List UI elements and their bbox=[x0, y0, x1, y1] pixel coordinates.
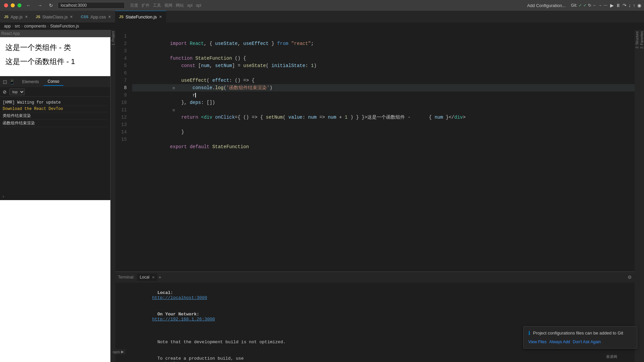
top-bar-left: ← → ↻ 百度 扩件 工具 视网 网站 api api bbox=[3, 2, 201, 9]
address-bar[interactable] bbox=[58, 2, 125, 9]
terminal-content: Local: http://localhost:3000 On Your Net… bbox=[115, 283, 635, 362]
line-num-1: 1 bbox=[115, 33, 132, 40]
terminal-settings-icon[interactable]: ⚙ bbox=[628, 275, 632, 280]
line-num-10: 10 bbox=[115, 99, 132, 106]
step-out-icon[interactable]: ↑ bbox=[633, 3, 635, 8]
browser-title-bar: React App bbox=[1, 31, 109, 36]
run-icon[interactable]: ▶ bbox=[610, 3, 614, 8]
tab-app-js[interactable]: JS App.js ✕ bbox=[0, 11, 32, 22]
forward-button[interactable]: → bbox=[36, 2, 44, 9]
clear-console-btn[interactable]: ⊘ bbox=[3, 89, 7, 95]
always-add-button[interactable]: Always Add bbox=[549, 339, 570, 345]
step-over-icon[interactable]: ↷ bbox=[623, 3, 627, 8]
code-editor[interactable]: 1 2 3 4 5 6 7 8 9 10 11 12 13 14 15 bbox=[115, 30, 635, 272]
notification: ℹ Project configurations files can be ad… bbox=[523, 326, 637, 349]
tab-statefunction-js[interactable]: JS StateFunction.js ✕ bbox=[115, 11, 166, 22]
devtools-icon-inspect[interactable]: ⊡ bbox=[3, 79, 7, 85]
npm-indicator: npm ▶ bbox=[115, 349, 126, 355]
main-area: React App 这是一个类组件 - 类 这是一个函数组件 - 1 ⊡ 📱 E… bbox=[0, 30, 644, 362]
terminal-tab-close[interactable]: ✕ bbox=[152, 276, 155, 279]
notification-actions: View Files Always Add Don't Ask Again bbox=[528, 339, 632, 345]
git-back[interactable]: ← bbox=[593, 3, 597, 8]
browser-menu: 百度 扩件 工具 视网 网站 api api bbox=[130, 3, 201, 8]
breadcrumb-file[interactable]: StateFunction.js bbox=[50, 24, 79, 28]
breadcrumb-components[interactable]: components bbox=[24, 24, 46, 28]
context-select[interactable]: top bbox=[9, 88, 25, 95]
code-line-3: function StateFunction () { bbox=[132, 47, 635, 55]
devtools-tabs: ⊡ 📱 Elements Conso bbox=[0, 76, 110, 87]
tab-console[interactable]: Conso bbox=[44, 78, 63, 86]
line-num-4: 4 bbox=[115, 55, 132, 62]
terminal-label: Terminal: bbox=[118, 275, 135, 280]
tab-label: App.js bbox=[10, 14, 22, 19]
tab-close-icon[interactable]: ✕ bbox=[108, 15, 111, 19]
tab-stateclass-js[interactable]: JS StateClass.js ✕ bbox=[32, 11, 77, 22]
structure-label: 2: Structure bbox=[635, 30, 639, 50]
console-line-download: Download the React DevToo bbox=[3, 106, 108, 112]
line-num-2: 2 bbox=[115, 40, 132, 47]
step-into-icon[interactable]: ↓ bbox=[629, 3, 631, 8]
breadcrumb-app[interactable]: app bbox=[4, 24, 11, 28]
back-button[interactable]: ← bbox=[24, 2, 33, 9]
debug-icon[interactable]: ⏸ bbox=[616, 3, 621, 8]
browser-preview: React App 这是一个类组件 - 类 这是一个函数组件 - 1 bbox=[0, 30, 110, 76]
project-sidebar: 1: Project bbox=[111, 30, 115, 362]
top-bar-right: Add Configuration... Git: ✓ ✓ ↻ ← → ⋯ ▶ … bbox=[524, 2, 641, 9]
dot-yellow bbox=[11, 3, 15, 7]
left-panel: React App 这是一个类组件 - 类 这是一个函数组件 - 1 ⊡ 📱 E… bbox=[0, 30, 111, 362]
console-expand[interactable]: › bbox=[0, 193, 110, 200]
line-num-7: 7 bbox=[115, 77, 132, 84]
browser-line-1: 这是一个类组件 - 类 bbox=[5, 43, 105, 53]
js-icon: JS bbox=[36, 15, 40, 19]
profile-icon[interactable]: ◉ bbox=[637, 3, 641, 8]
code-line-6: useEffect( effect: () => { ⊟ bbox=[132, 69, 635, 77]
breadcrumb: app › src › components › StateFunction.j… bbox=[0, 22, 644, 30]
terminal-tab-local[interactable]: Local ✕ bbox=[137, 274, 157, 281]
code-line-13 bbox=[132, 128, 635, 136]
line-num-14: 14 bbox=[115, 128, 132, 136]
browser-line-2: 这是一个函数组件 - 1 bbox=[5, 57, 105, 67]
line-num-12: 12 bbox=[115, 114, 132, 121]
devtools-toolbar: ⊘ top bbox=[0, 87, 110, 97]
git-check2: ✓ bbox=[583, 3, 587, 8]
line-num-6: 6 bbox=[115, 69, 132, 77]
line-num-8: 8 bbox=[115, 84, 132, 92]
tab-close-icon[interactable]: ✕ bbox=[159, 15, 162, 19]
favorites-label: 2: Favorites bbox=[639, 30, 644, 50]
terminal-network-link[interactable]: http://192.168.1.26:3000 bbox=[152, 317, 215, 322]
browser-content: 这是一个类组件 - 类 这是一个函数组件 - 1 bbox=[0, 37, 110, 76]
git-more[interactable]: ⋯ bbox=[603, 3, 607, 8]
tab-app-css[interactable]: CSS App.css ✕ bbox=[77, 11, 115, 22]
css-icon: CSS bbox=[81, 15, 89, 19]
code-line-1: import React, { useState, useEffect } fr… bbox=[132, 33, 635, 40]
tab-elements[interactable]: Elements bbox=[18, 78, 43, 85]
line-num-15: 15 bbox=[115, 136, 132, 143]
code-content[interactable]: import React, { useState, useEffect } fr… bbox=[132, 30, 635, 272]
terminal-line-local: Local: http://localhost:3000 bbox=[121, 285, 629, 305]
tab-close-icon[interactable]: ✕ bbox=[25, 15, 28, 19]
breadcrumb-src[interactable]: src bbox=[15, 24, 20, 28]
dot-red bbox=[4, 3, 8, 7]
tab-close-icon[interactable]: ✕ bbox=[70, 15, 73, 19]
terminal-local-link[interactable]: http://localhost:3000 bbox=[152, 295, 207, 300]
editor-area: 1 2 3 4 5 6 7 8 9 10 11 12 13 14 15 bbox=[115, 30, 635, 362]
terminal-add-btn[interactable]: + bbox=[159, 275, 161, 280]
view-files-button[interactable]: View Files bbox=[528, 339, 546, 345]
fold-icon-9: ⊟ bbox=[173, 108, 175, 112]
dont-ask-button[interactable]: Don't Ask Again bbox=[573, 339, 601, 345]
devtools-panel: ⊡ 📱 Elements Conso ⊘ top [HMR] Waiting f… bbox=[0, 76, 110, 200]
tab-label: App.css bbox=[91, 14, 106, 19]
git-forward[interactable]: → bbox=[598, 3, 602, 8]
js-icon: JS bbox=[119, 15, 123, 19]
devtools-icon-mobile[interactable]: 📱 bbox=[9, 79, 15, 84]
dot-green bbox=[17, 3, 21, 7]
structure-sidebar: 2: Structure bbox=[635, 30, 639, 362]
git-refresh[interactable]: ↻ bbox=[588, 3, 591, 8]
line-num-5: 5 bbox=[115, 62, 132, 69]
add-config-button[interactable]: Add Configuration... bbox=[524, 2, 568, 9]
refresh-button[interactable]: ↻ bbox=[47, 2, 55, 9]
code-line-9: }, deps: []) ⊟ bbox=[132, 92, 635, 99]
tab-label: StateFunction.js bbox=[125, 14, 157, 19]
git-controls: Git: ✓ ✓ ↻ ← → ⋯ bbox=[571, 3, 607, 8]
project-label: 1: Project bbox=[111, 30, 115, 47]
